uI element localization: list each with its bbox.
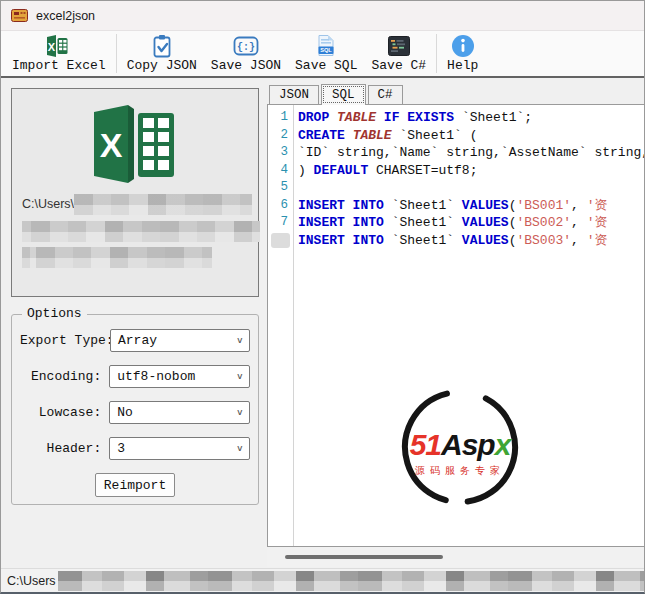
header-label: Header:	[20, 441, 109, 456]
app-window: excel2json X Import Excel	[0, 0, 645, 594]
status-bar: C:\Users	[1, 568, 644, 592]
excel-logo: X	[90, 103, 184, 185]
window-title: excel2json	[36, 9, 95, 23]
svg-text:X: X	[48, 41, 56, 53]
header-select[interactable]: 3 ∨	[109, 437, 250, 460]
options-group: Options Export Type: Array ∨ Encoding: u…	[11, 314, 259, 505]
help-button[interactable]: Help	[440, 31, 485, 76]
redacted-status-blur	[58, 571, 644, 591]
save-csharp-label: Save C#	[371, 59, 426, 73]
import-excel-label: Import Excel	[12, 59, 106, 73]
line-number: 4	[268, 162, 293, 180]
code-line	[298, 179, 644, 197]
toolbar-separator	[116, 34, 117, 73]
lowcase-select[interactable]: No ∨	[109, 401, 250, 424]
import-excel-button[interactable]: X Import Excel	[5, 31, 113, 76]
code-line: INSERT INTO `Sheet1` VALUES('BS002', '资	[298, 214, 644, 232]
save-json-label: Save JSON	[211, 59, 281, 73]
chevron-down-icon: ∨	[236, 371, 243, 381]
code-gutter: 1234567	[268, 105, 294, 546]
toolbar-separator	[436, 34, 437, 73]
horizontal-scrollbar[interactable]	[267, 547, 644, 567]
encoding-value: utf8-nobom	[117, 369, 195, 384]
options-legend: Options	[22, 306, 87, 321]
save-csharp-button[interactable]: Save C#	[364, 31, 433, 76]
braces-icon: {:}	[233, 33, 259, 59]
export-type-value: Array	[118, 333, 157, 348]
tab-csharp[interactable]: C#	[368, 85, 403, 104]
redacted-path-blur	[74, 194, 252, 215]
right-panel: JSON SQL C# 1234567 DROP TABLE IF EXISTS…	[267, 78, 644, 568]
line-number: 7	[268, 214, 293, 232]
code-line: CREATE TABLE `Sheet1` (	[298, 127, 644, 145]
tab-sql[interactable]: SQL	[321, 84, 366, 105]
reimport-button[interactable]: Reimport	[95, 473, 175, 497]
left-panel: X C:\Users\ Options Export T	[1, 78, 267, 568]
encoding-label: Encoding:	[20, 369, 109, 384]
app-icon	[11, 9, 28, 22]
lowcase-row: Lowcase: No ∨	[20, 401, 250, 424]
tab-json[interactable]: JSON	[269, 85, 319, 104]
save-json-button[interactable]: {:} Save JSON	[204, 31, 288, 76]
sql-document-icon: SQL	[315, 33, 337, 59]
main-area: X C:\Users\ Options Export T	[1, 78, 644, 568]
header-row: Header: 3 ∨	[20, 437, 250, 460]
line-number: 1	[268, 109, 293, 127]
export-type-row: Export Type: Array ∨	[20, 329, 250, 352]
code-line: INSERT INTO `Sheet1` VALUES('BS001', '资	[298, 197, 644, 215]
code-line: DROP TABLE IF EXISTS `Sheet1`;	[298, 109, 644, 127]
info-icon	[451, 33, 475, 59]
copy-json-label: Copy JSON	[127, 59, 197, 73]
redacted-path-blur	[22, 221, 260, 242]
copy-json-button[interactable]: Copy JSON	[120, 31, 204, 76]
code-line: ) DEFAULT CHARSET=utf8;	[298, 162, 644, 180]
svg-text:X: X	[100, 126, 123, 164]
encoding-select[interactable]: utf8-nobom ∨	[109, 365, 250, 388]
code-window-icon	[387, 33, 411, 59]
line-number: 6	[268, 197, 293, 215]
lowcase-label: Lowcase:	[20, 405, 109, 420]
encoding-row: Encoding: utf8-nobom ∨	[20, 365, 250, 388]
save-sql-label: Save SQL	[295, 59, 357, 73]
file-preview-box: X C:\Users\	[11, 88, 259, 297]
status-file-path: C:\Users	[7, 574, 56, 588]
code-lines[interactable]: DROP TABLE IF EXISTS `Sheet1`;CREATE TAB…	[294, 105, 644, 546]
save-sql-button[interactable]: SQL Save SQL	[288, 31, 364, 76]
lowcase-value: No	[117, 405, 133, 420]
chevron-down-icon: ∨	[236, 407, 243, 417]
export-type-label: Export Type:	[20, 333, 110, 348]
line-number: 3	[268, 144, 293, 162]
sql-code-editor[interactable]: 1234567 DROP TABLE IF EXISTS `Sheet1`;CR…	[267, 104, 644, 547]
excel-icon: X	[46, 33, 72, 59]
line-number: 5	[268, 179, 293, 197]
preview-file-path: C:\Users\	[22, 197, 74, 211]
redacted-path-blur	[22, 247, 212, 268]
reimport-row: Reimport	[20, 473, 250, 497]
title-bar[interactable]: excel2json	[1, 1, 644, 31]
output-tabs: JSON SQL C#	[267, 82, 644, 104]
clipboard-check-icon	[150, 33, 174, 59]
code-line: INSERT INTO `Sheet1` VALUES('BS003', '资	[298, 232, 644, 250]
line-number	[271, 233, 290, 248]
help-label: Help	[447, 59, 478, 73]
chevron-down-icon: ∨	[236, 335, 243, 345]
chevron-down-icon: ∨	[236, 443, 243, 453]
export-type-select[interactable]: Array ∨	[110, 329, 250, 352]
header-value: 3	[117, 441, 125, 456]
svg-text:{:}: {:}	[237, 42, 255, 53]
line-number: 2	[268, 127, 293, 145]
toolbar: X Import Excel Copy	[1, 31, 644, 78]
svg-text:SQL: SQL	[321, 47, 333, 53]
code-line: `ID` string,`Name` string,`AssetName` st…	[298, 144, 644, 162]
horizontal-scrollbar-thumb[interactable]	[285, 555, 443, 559]
